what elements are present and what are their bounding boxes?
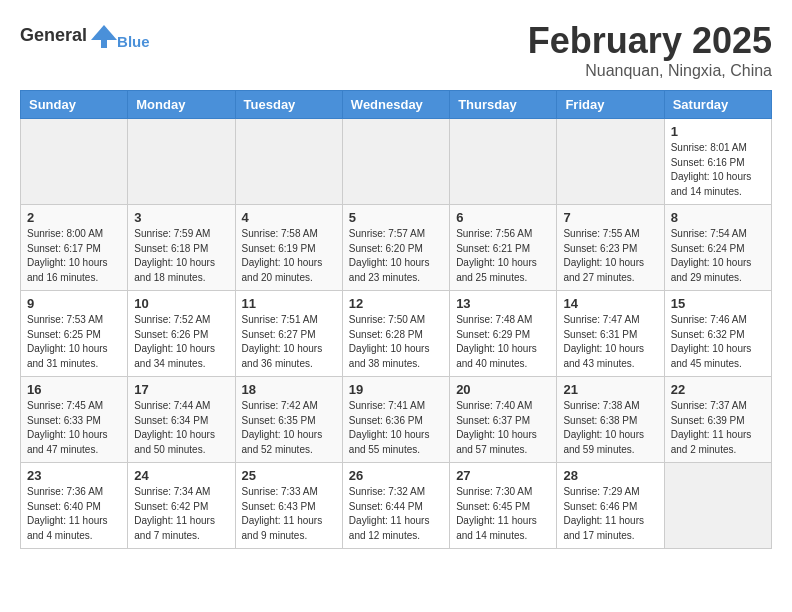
weekday-header: Thursday bbox=[450, 91, 557, 119]
day-info: Sunrise: 7:47 AM Sunset: 6:31 PM Dayligh… bbox=[563, 313, 657, 371]
weekday-header: Wednesday bbox=[342, 91, 449, 119]
title-area: February 2025 Nuanquan, Ningxia, China bbox=[528, 20, 772, 80]
day-number: 3 bbox=[134, 210, 228, 225]
day-number: 20 bbox=[456, 382, 550, 397]
day-number: 21 bbox=[563, 382, 657, 397]
calendar-cell: 24Sunrise: 7:34 AM Sunset: 6:42 PM Dayli… bbox=[128, 463, 235, 549]
day-info: Sunrise: 7:57 AM Sunset: 6:20 PM Dayligh… bbox=[349, 227, 443, 285]
day-info: Sunrise: 7:29 AM Sunset: 6:46 PM Dayligh… bbox=[563, 485, 657, 543]
day-number: 28 bbox=[563, 468, 657, 483]
logo-text-blue: Blue bbox=[117, 33, 150, 50]
calendar-week-row: 23Sunrise: 7:36 AM Sunset: 6:40 PM Dayli… bbox=[21, 463, 772, 549]
day-number: 19 bbox=[349, 382, 443, 397]
day-info: Sunrise: 7:51 AM Sunset: 6:27 PM Dayligh… bbox=[242, 313, 336, 371]
calendar-cell: 22Sunrise: 7:37 AM Sunset: 6:39 PM Dayli… bbox=[664, 377, 771, 463]
logo-icon bbox=[89, 20, 119, 50]
weekday-header: Sunday bbox=[21, 91, 128, 119]
calendar-cell: 17Sunrise: 7:44 AM Sunset: 6:34 PM Dayli… bbox=[128, 377, 235, 463]
day-info: Sunrise: 7:37 AM Sunset: 6:39 PM Dayligh… bbox=[671, 399, 765, 457]
day-info: Sunrise: 7:48 AM Sunset: 6:29 PM Dayligh… bbox=[456, 313, 550, 371]
day-number: 14 bbox=[563, 296, 657, 311]
weekday-header: Friday bbox=[557, 91, 664, 119]
day-number: 24 bbox=[134, 468, 228, 483]
calendar-cell bbox=[342, 119, 449, 205]
calendar-cell bbox=[557, 119, 664, 205]
calendar-cell bbox=[235, 119, 342, 205]
day-info: Sunrise: 7:50 AM Sunset: 6:28 PM Dayligh… bbox=[349, 313, 443, 371]
month-title: February 2025 bbox=[528, 20, 772, 62]
day-number: 1 bbox=[671, 124, 765, 139]
calendar-cell: 16Sunrise: 7:45 AM Sunset: 6:33 PM Dayli… bbox=[21, 377, 128, 463]
calendar-cell: 13Sunrise: 7:48 AM Sunset: 6:29 PM Dayli… bbox=[450, 291, 557, 377]
day-info: Sunrise: 7:56 AM Sunset: 6:21 PM Dayligh… bbox=[456, 227, 550, 285]
day-info: Sunrise: 7:41 AM Sunset: 6:36 PM Dayligh… bbox=[349, 399, 443, 457]
calendar-cell: 14Sunrise: 7:47 AM Sunset: 6:31 PM Dayli… bbox=[557, 291, 664, 377]
day-info: Sunrise: 7:30 AM Sunset: 6:45 PM Dayligh… bbox=[456, 485, 550, 543]
calendar-cell: 23Sunrise: 7:36 AM Sunset: 6:40 PM Dayli… bbox=[21, 463, 128, 549]
day-number: 9 bbox=[27, 296, 121, 311]
day-info: Sunrise: 7:34 AM Sunset: 6:42 PM Dayligh… bbox=[134, 485, 228, 543]
calendar-cell: 9Sunrise: 7:53 AM Sunset: 6:25 PM Daylig… bbox=[21, 291, 128, 377]
day-info: Sunrise: 7:40 AM Sunset: 6:37 PM Dayligh… bbox=[456, 399, 550, 457]
logo: General Blue bbox=[20, 20, 150, 50]
page-header: General Blue February 2025 Nuanquan, Nin… bbox=[20, 20, 772, 80]
svg-rect-1 bbox=[101, 40, 107, 48]
day-number: 13 bbox=[456, 296, 550, 311]
calendar-cell bbox=[664, 463, 771, 549]
logo-text-general: General bbox=[20, 25, 87, 46]
day-info: Sunrise: 7:54 AM Sunset: 6:24 PM Dayligh… bbox=[671, 227, 765, 285]
calendar-cell: 26Sunrise: 7:32 AM Sunset: 6:44 PM Dayli… bbox=[342, 463, 449, 549]
calendar-table: SundayMondayTuesdayWednesdayThursdayFrid… bbox=[20, 90, 772, 549]
calendar-cell: 1Sunrise: 8:01 AM Sunset: 6:16 PM Daylig… bbox=[664, 119, 771, 205]
day-number: 6 bbox=[456, 210, 550, 225]
weekday-header: Monday bbox=[128, 91, 235, 119]
day-number: 22 bbox=[671, 382, 765, 397]
calendar-cell: 27Sunrise: 7:30 AM Sunset: 6:45 PM Dayli… bbox=[450, 463, 557, 549]
day-info: Sunrise: 7:38 AM Sunset: 6:38 PM Dayligh… bbox=[563, 399, 657, 457]
calendar-cell: 12Sunrise: 7:50 AM Sunset: 6:28 PM Dayli… bbox=[342, 291, 449, 377]
day-number: 11 bbox=[242, 296, 336, 311]
calendar-cell: 28Sunrise: 7:29 AM Sunset: 6:46 PM Dayli… bbox=[557, 463, 664, 549]
calendar-cell: 7Sunrise: 7:55 AM Sunset: 6:23 PM Daylig… bbox=[557, 205, 664, 291]
calendar-cell: 10Sunrise: 7:52 AM Sunset: 6:26 PM Dayli… bbox=[128, 291, 235, 377]
calendar-week-row: 9Sunrise: 7:53 AM Sunset: 6:25 PM Daylig… bbox=[21, 291, 772, 377]
day-info: Sunrise: 7:42 AM Sunset: 6:35 PM Dayligh… bbox=[242, 399, 336, 457]
day-number: 5 bbox=[349, 210, 443, 225]
weekday-header: Saturday bbox=[664, 91, 771, 119]
calendar-cell: 25Sunrise: 7:33 AM Sunset: 6:43 PM Dayli… bbox=[235, 463, 342, 549]
calendar-cell: 19Sunrise: 7:41 AM Sunset: 6:36 PM Dayli… bbox=[342, 377, 449, 463]
day-number: 23 bbox=[27, 468, 121, 483]
calendar-cell: 3Sunrise: 7:59 AM Sunset: 6:18 PM Daylig… bbox=[128, 205, 235, 291]
day-info: Sunrise: 7:46 AM Sunset: 6:32 PM Dayligh… bbox=[671, 313, 765, 371]
calendar-cell bbox=[128, 119, 235, 205]
calendar-cell: 6Sunrise: 7:56 AM Sunset: 6:21 PM Daylig… bbox=[450, 205, 557, 291]
day-number: 12 bbox=[349, 296, 443, 311]
location-title: Nuanquan, Ningxia, China bbox=[528, 62, 772, 80]
day-number: 7 bbox=[563, 210, 657, 225]
calendar-cell bbox=[450, 119, 557, 205]
day-info: Sunrise: 7:44 AM Sunset: 6:34 PM Dayligh… bbox=[134, 399, 228, 457]
calendar-cell: 8Sunrise: 7:54 AM Sunset: 6:24 PM Daylig… bbox=[664, 205, 771, 291]
calendar-cell: 11Sunrise: 7:51 AM Sunset: 6:27 PM Dayli… bbox=[235, 291, 342, 377]
day-info: Sunrise: 7:59 AM Sunset: 6:18 PM Dayligh… bbox=[134, 227, 228, 285]
day-info: Sunrise: 7:32 AM Sunset: 6:44 PM Dayligh… bbox=[349, 485, 443, 543]
day-number: 8 bbox=[671, 210, 765, 225]
day-info: Sunrise: 7:53 AM Sunset: 6:25 PM Dayligh… bbox=[27, 313, 121, 371]
calendar-cell: 20Sunrise: 7:40 AM Sunset: 6:37 PM Dayli… bbox=[450, 377, 557, 463]
calendar-cell: 5Sunrise: 7:57 AM Sunset: 6:20 PM Daylig… bbox=[342, 205, 449, 291]
day-number: 17 bbox=[134, 382, 228, 397]
day-info: Sunrise: 7:52 AM Sunset: 6:26 PM Dayligh… bbox=[134, 313, 228, 371]
day-number: 18 bbox=[242, 382, 336, 397]
day-number: 16 bbox=[27, 382, 121, 397]
weekday-header-row: SundayMondayTuesdayWednesdayThursdayFrid… bbox=[21, 91, 772, 119]
day-number: 26 bbox=[349, 468, 443, 483]
day-info: Sunrise: 7:36 AM Sunset: 6:40 PM Dayligh… bbox=[27, 485, 121, 543]
svg-marker-0 bbox=[91, 25, 117, 40]
calendar-cell: 15Sunrise: 7:46 AM Sunset: 6:32 PM Dayli… bbox=[664, 291, 771, 377]
day-info: Sunrise: 8:01 AM Sunset: 6:16 PM Dayligh… bbox=[671, 141, 765, 199]
day-info: Sunrise: 7:33 AM Sunset: 6:43 PM Dayligh… bbox=[242, 485, 336, 543]
calendar-cell: 4Sunrise: 7:58 AM Sunset: 6:19 PM Daylig… bbox=[235, 205, 342, 291]
calendar-week-row: 2Sunrise: 8:00 AM Sunset: 6:17 PM Daylig… bbox=[21, 205, 772, 291]
day-number: 15 bbox=[671, 296, 765, 311]
day-info: Sunrise: 7:58 AM Sunset: 6:19 PM Dayligh… bbox=[242, 227, 336, 285]
